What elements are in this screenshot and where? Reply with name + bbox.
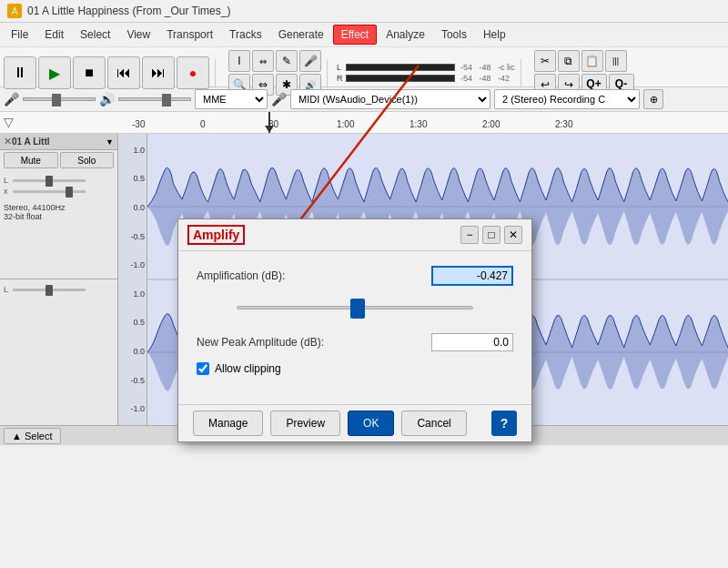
skip-forward-button[interactable]: ⏭ (142, 56, 175, 89)
amplification-row: Amplification (dB): (197, 266, 513, 286)
allow-clipping-row: Allow clipping (197, 362, 513, 375)
dialog-title-text: Amplify (187, 225, 245, 245)
menu-select[interactable]: Select (73, 25, 117, 44)
lower-gain-slider[interactable] (13, 289, 86, 291)
track-name-label: 01 A Littl (12, 137, 106, 147)
level-track-right (346, 75, 455, 82)
stop-button[interactable]: ■ (73, 56, 106, 89)
pause-button[interactable]: ⏸ (4, 56, 36, 89)
manage-button[interactable]: Manage (193, 411, 263, 436)
preview-button[interactable]: Preview (270, 411, 340, 436)
copy-tool[interactable]: ⧉ (558, 50, 580, 72)
lower-gain-row: L (4, 285, 114, 294)
amplify-slider-thumb[interactable] (350, 299, 365, 319)
input-mic-icon: 🎤 (4, 92, 19, 106)
amplification-label: Amplification (dB): (197, 269, 285, 282)
y-label-neg-0-5-bot: -0.5 (130, 376, 145, 385)
app-icon: A (7, 4, 22, 18)
gain-thumb (46, 176, 53, 187)
dialog-button-row: Manage Preview OK Cancel ? (178, 404, 531, 441)
input-volume-slider[interactable] (23, 97, 96, 101)
ruler-mark-200: 2:00 (482, 119, 500, 129)
menu-file[interactable]: File (4, 25, 35, 44)
peak-amplitude-label: New Peak Amplitude (dB): (197, 336, 324, 349)
y-label-neg-1-0-top: -1.0 (130, 260, 145, 269)
pan-label: x (4, 187, 11, 196)
input-volume-slider-container (23, 97, 96, 101)
mic-device-icon: 🎤 (271, 92, 287, 106)
dialog-restore-btn[interactable]: □ (482, 226, 500, 244)
cancel-button[interactable]: Cancel (401, 411, 466, 436)
output-volume-thumb (162, 94, 171, 106)
ruler-mark-130: 1:30 (410, 119, 427, 129)
menu-generate[interactable]: Generate (271, 25, 331, 44)
menu-edit[interactable]: Edit (37, 25, 71, 44)
pan-slider-row: x (4, 187, 114, 196)
mixer-toolbar: 🎤 🔊 MME 🎤 MIDI (WsAudio_Device(1)) 2 (St… (0, 87, 728, 112)
amplify-slider-row (197, 297, 513, 319)
y-label-0-0-bot: 0.0 (133, 347, 145, 356)
skip-back-button[interactable]: ⏮ (107, 56, 140, 89)
cut-tool[interactable]: ✂ (534, 50, 556, 72)
bottom-select-button[interactable]: ▲ Select (4, 428, 61, 444)
transport-controls: ⏸ ▶ ■ ⏮ ⏭ ● (4, 56, 209, 89)
track-close-btn[interactable]: ✕ (4, 136, 12, 147)
gain-slider[interactable] (13, 179, 86, 182)
output-speaker-icon: 🔊 (99, 92, 115, 106)
allow-clipping-checkbox[interactable] (197, 362, 209, 375)
dialog-close-btn[interactable]: ✕ (504, 226, 522, 244)
midi-device-select[interactable]: MIDI (WsAudio_Device(1)) (290, 89, 490, 109)
track-dropdown-arrow[interactable]: ▼ (106, 137, 114, 147)
track-lower-sliders: L (0, 279, 117, 299)
menu-tracks[interactable]: Tracks (222, 25, 269, 44)
play-button[interactable]: ▶ (38, 56, 71, 89)
menu-tools[interactable]: Tools (434, 25, 474, 44)
edit-tool-row-1: I ⇔ ✎ 🎤 (228, 50, 321, 72)
amplify-slider-track[interactable] (237, 306, 473, 309)
menu-effect[interactable]: Effect (333, 25, 377, 45)
track-bit-depth: 32-bit float (4, 212, 114, 221)
track-lower-section: L (0, 279, 117, 425)
lower-gain-thumb (46, 285, 53, 296)
peak-amplitude-input[interactable] (431, 333, 513, 351)
level-bar-1: L -54 -48 -c lic (337, 63, 515, 72)
main-toolbar: ⏸ ▶ ■ ⏮ ⏭ ● I ⇔ ✎ 🎤 🔍 ⇔ ✱ 🔊 L -54 -48 -c… (0, 47, 728, 87)
record-button[interactable]: ● (177, 56, 209, 89)
y-label-0-5-bot: 0.5 (133, 318, 145, 327)
menu-analyze[interactable]: Analyze (379, 25, 432, 44)
playhead-triangle (265, 126, 274, 133)
pencil-tool[interactable]: ✎ (276, 50, 298, 72)
audio-settings-btn[interactable]: ⊕ (643, 89, 663, 109)
mic-tool[interactable]: 🎤 (299, 50, 321, 72)
host-select[interactable]: MME (195, 89, 268, 109)
dialog-title-bar: Amplify − □ ✕ (178, 219, 531, 251)
menu-help[interactable]: Help (476, 25, 513, 44)
selection-tool[interactable]: I (228, 50, 250, 72)
input-volume-thumb (52, 94, 61, 106)
menu-transport[interactable]: Transport (159, 25, 220, 44)
level-track-left (346, 64, 455, 71)
output-volume-slider[interactable] (118, 97, 191, 101)
mute-button[interactable]: Mute (4, 152, 58, 168)
help-button[interactable]: ? (491, 411, 517, 436)
amplification-input[interactable] (431, 266, 513, 286)
paste-tool[interactable]: 📋 (581, 50, 603, 72)
separator-3 (521, 59, 521, 86)
track-sample-rate: Stereo, 44100Hz (4, 203, 114, 212)
silence-tool[interactable]: ||| (605, 50, 627, 72)
y-label-0-0-top: 0.0 (133, 203, 145, 212)
solo-button[interactable]: Solo (60, 152, 115, 168)
y-label-neg-1-0-bot: -1.0 (130, 404, 145, 413)
ok-button[interactable]: OK (348, 411, 394, 436)
y-label-neg-0-5-top: -0.5 (130, 232, 145, 241)
recording-channels-select[interactable]: 2 (Stereo) Recording C (494, 89, 640, 109)
envelope-tool[interactable]: ⇔ (252, 50, 274, 72)
allow-clipping-label: Allow clipping (215, 362, 281, 375)
track-sliders: L x (0, 170, 117, 201)
pan-slider[interactable] (13, 190, 86, 193)
menu-view[interactable]: View (119, 25, 157, 44)
ruler-mark-neg30: -30 (132, 119, 145, 129)
track-header: ✕ 01 A Littl ▼ (0, 134, 117, 150)
dialog-minimize-btn[interactable]: − (460, 226, 479, 244)
y-axis-labels: 1.0 0.5 0.0 -0.5 -1.0 1.0 0.5 0.0 -0.5 -… (118, 134, 147, 425)
